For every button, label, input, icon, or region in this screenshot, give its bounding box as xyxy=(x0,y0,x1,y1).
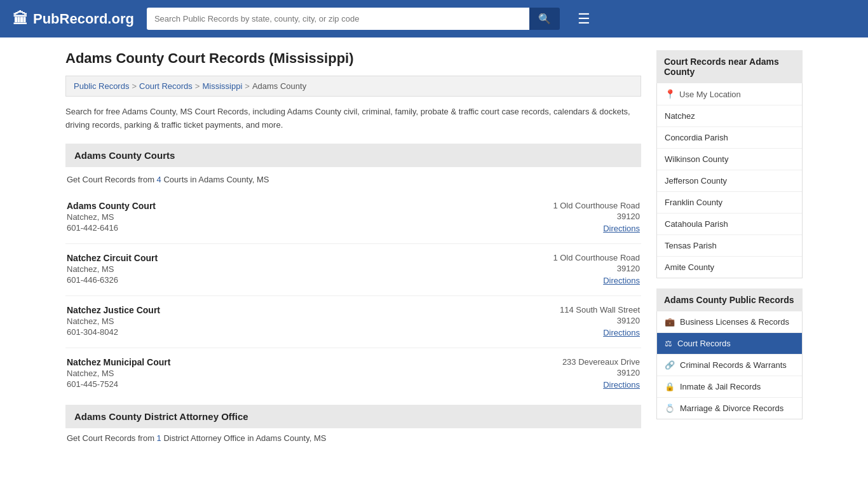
da-section: Adams County District Attorney Office Ge… xyxy=(65,405,641,443)
scales-icon: ⚖ xyxy=(665,339,672,348)
nearby-concordia-parish[interactable]: Concordia Parish xyxy=(657,127,802,149)
content-area: Adams County Court Records (Mississippi)… xyxy=(65,50,641,453)
search-button[interactable]: 🔍 xyxy=(529,8,560,30)
list-item: Jefferson County xyxy=(665,176,727,186)
breadcrumb-mississippi[interactable]: Mississippi xyxy=(202,81,242,91)
nearby-natchez[interactable]: Natchez xyxy=(657,105,802,127)
list-item: Franklin County xyxy=(665,198,722,207)
court-name-2: Natchez Circuit Court xyxy=(67,253,158,263)
table-row: Natchez Municipal Court Natchez, MS 601-… xyxy=(65,351,641,400)
nearby-catahoula-parish[interactable]: Catahoula Parish xyxy=(657,214,802,235)
nearby-amite-county[interactable]: Amite County xyxy=(657,257,802,278)
court-zip-3: 39120 xyxy=(560,316,640,325)
nearby-tensas-parish[interactable]: Tensas Parish xyxy=(657,235,802,257)
breadcrumb-adams-county: Adams County xyxy=(252,81,306,91)
list-item: Amite County xyxy=(665,262,714,272)
court-street-3: 114 South Wall Street xyxy=(560,305,640,315)
table-row: Natchez Justice Court Natchez, MS 601-30… xyxy=(65,299,641,348)
court-city-4: Natchez, MS xyxy=(67,369,170,378)
nearby-franklin-county[interactable]: Franklin County xyxy=(657,192,802,214)
breadcrumb-sep-1: > xyxy=(132,81,137,91)
directions-link-1[interactable]: Directions xyxy=(603,224,640,233)
list-item: Natchez xyxy=(665,111,695,121)
court-address-4: 233 Devereaux Drive 39120 Directions xyxy=(562,357,640,390)
use-my-location-item[interactable]: 📍 Use My Location xyxy=(657,83,802,105)
breadcrumb-court-records[interactable]: Court Records xyxy=(139,81,193,91)
court-city-1: Natchez, MS xyxy=(67,212,156,222)
public-records-section: Adams County Public Records 💼 Business L… xyxy=(656,288,803,419)
court-address-3: 114 South Wall Street 39120 Directions xyxy=(560,305,640,337)
location-icon: 📍 xyxy=(665,89,675,99)
court-info-2: Natchez Circuit Court Natchez, MS 601-44… xyxy=(67,253,158,285)
public-records-list: 💼 Business Licenses & Records ⚖ Court Re… xyxy=(656,311,803,419)
directions-link-4[interactable]: Directions xyxy=(603,380,640,390)
court-street-2: 1 Old Courthouse Road xyxy=(553,253,640,262)
logo[interactable]: 🏛 PubRecord.org xyxy=(13,10,134,28)
da-section-header: Adams County District Attorney Office xyxy=(65,405,641,428)
court-phone-1: 601-442-6416 xyxy=(67,223,156,233)
court-zip-1: 39120 xyxy=(553,212,640,221)
list-item: Catahoula Parish xyxy=(665,219,728,229)
list-item: Concordia Parish xyxy=(665,133,728,142)
court-name-3: Natchez Justice Court xyxy=(67,305,160,315)
search-icon: 🔍 xyxy=(538,13,551,24)
court-name-1: Adams County Court xyxy=(67,201,156,211)
record-label: Inmate & Jail Records xyxy=(680,382,761,391)
list-item: Wilkinson County xyxy=(665,154,728,164)
record-court-records[interactable]: ⚖ Court Records xyxy=(657,333,802,355)
breadcrumb-sep-2: > xyxy=(195,81,200,91)
court-city-3: Natchez, MS xyxy=(67,316,160,326)
page-description: Search for free Adams County, MS Court R… xyxy=(65,105,641,132)
breadcrumb-public-records[interactable]: Public Records xyxy=(74,81,129,91)
hamburger-icon: ☰ xyxy=(578,11,590,27)
briefcase-icon: 💼 xyxy=(665,317,675,327)
da-section-desc: Get Court Records from 1 District Attorn… xyxy=(65,433,641,443)
courts-section-header: Adams County Courts xyxy=(65,144,641,167)
list-item: Tensas Parish xyxy=(665,241,717,250)
use-location-label: Use My Location xyxy=(679,90,741,99)
record-label: Marriage & Divorce Records xyxy=(680,403,783,413)
directions-link-2[interactable]: Directions xyxy=(603,276,640,285)
court-street-1: 1 Old Courthouse Road xyxy=(553,201,640,210)
breadcrumb: Public Records > Court Records > Mississ… xyxy=(65,76,641,97)
directions-link-3[interactable]: Directions xyxy=(603,328,640,337)
link-icon: 🔗 xyxy=(665,360,675,370)
logo-icon: 🏛 xyxy=(13,10,28,28)
table-row: Natchez Circuit Court Natchez, MS 601-44… xyxy=(65,247,641,296)
court-phone-2: 601-446-6326 xyxy=(67,275,158,285)
nearby-jefferson-county[interactable]: Jefferson County xyxy=(657,170,802,192)
courts-section-desc: Get Court Records from 4 Courts in Adams… xyxy=(65,175,641,184)
court-name-4: Natchez Municipal Court xyxy=(67,357,170,367)
court-city-2: Natchez, MS xyxy=(67,264,158,274)
court-address-1: 1 Old Courthouse Road 39120 Directions xyxy=(553,201,640,233)
header: 🏛 PubRecord.org 🔍 ☰ xyxy=(0,0,868,37)
court-zip-2: 39120 xyxy=(553,264,640,273)
courts-list: Adams County Court Natchez, MS 601-442-6… xyxy=(65,194,641,400)
record-inmate-jail[interactable]: 🔒 Inmate & Jail Records xyxy=(657,376,802,398)
record-label: Business Licenses & Records xyxy=(680,317,789,327)
table-row: Adams County Court Natchez, MS 601-442-6… xyxy=(65,194,641,244)
record-business-licenses[interactable]: 💼 Business Licenses & Records xyxy=(657,311,802,333)
nearby-section-header: Court Records near Adams County xyxy=(656,50,803,83)
menu-button[interactable]: ☰ xyxy=(578,11,590,27)
court-zip-4: 39120 xyxy=(562,368,640,377)
nearby-section: Court Records near Adams County 📍 Use My… xyxy=(656,50,803,278)
search-container: 🔍 xyxy=(147,8,560,30)
nearby-wilkinson-county[interactable]: Wilkinson County xyxy=(657,149,802,170)
sidebar: Court Records near Adams County 📍 Use My… xyxy=(656,50,803,453)
ring-icon: 💍 xyxy=(665,403,675,413)
court-phone-4: 601-445-7524 xyxy=(67,379,170,389)
courts-count-link[interactable]: 4 xyxy=(157,175,161,184)
lock-icon: 🔒 xyxy=(665,382,675,391)
record-label: Criminal Records & Warrants xyxy=(680,360,787,370)
page-title: Adams County Court Records (Mississippi) xyxy=(65,50,641,67)
court-phone-3: 601-304-8042 xyxy=(67,327,160,337)
record-label: Court Records xyxy=(677,339,731,348)
nearby-list: 📍 Use My Location Natchez Concordia Pari… xyxy=(656,83,803,278)
search-input[interactable] xyxy=(147,8,529,30)
record-criminal-records[interactable]: 🔗 Criminal Records & Warrants xyxy=(657,355,802,376)
da-count-link[interactable]: 1 xyxy=(157,433,161,443)
breadcrumb-sep-3: > xyxy=(245,81,250,91)
record-marriage-divorce[interactable]: 💍 Marriage & Divorce Records xyxy=(657,398,802,419)
public-records-section-header: Adams County Public Records xyxy=(656,288,803,311)
